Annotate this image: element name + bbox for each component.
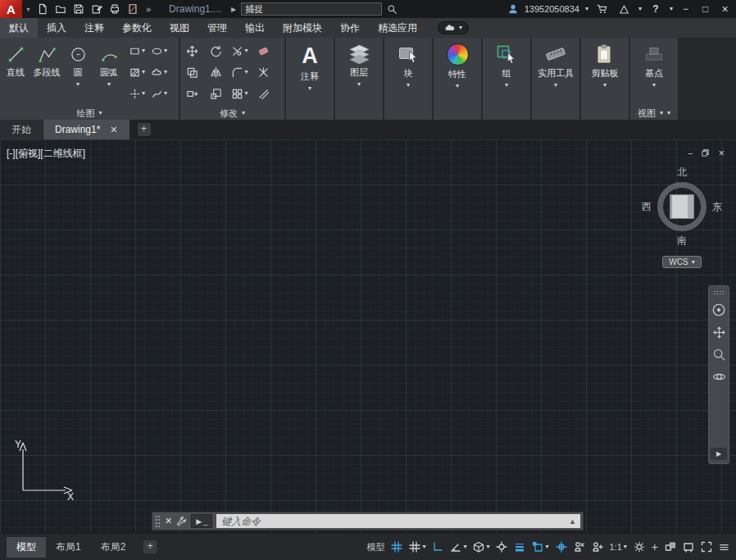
object-snap-tracking-toggle[interactable] [496, 541, 507, 553]
doc-close-icon[interactable]: × [718, 147, 725, 159]
layers-button[interactable]: 图层 ▾ [335, 38, 383, 120]
doc-restore-icon[interactable] [702, 149, 709, 157]
tab-close-icon[interactable]: ✕ [110, 125, 117, 135]
annotation-monitor-button[interactable]: + [652, 540, 658, 553]
array-tool-button[interactable]: ▾ [231, 88, 248, 100]
ribbon-tab-view[interactable]: 视图 [161, 18, 198, 38]
viewport-controls[interactable]: [-][俯视][二维线框] [7, 147, 85, 161]
new-drawing-tab-button[interactable]: + [138, 123, 151, 136]
group-button[interactable]: 组 ▾ [483, 38, 530, 120]
offset-tool-button[interactable] [257, 88, 270, 100]
command-settings-wrench-icon[interactable] [176, 516, 187, 526]
ribbon-tab-manage[interactable]: 管理 [198, 18, 236, 38]
pan-icon[interactable] [712, 326, 726, 339]
plot-button[interactable] [107, 1, 123, 17]
hardware-acceleration-button[interactable] [683, 541, 694, 553]
trim-dropdown-icon[interactable]: ▾ [244, 48, 248, 54]
doc-minimize-icon[interactable]: − [688, 148, 693, 158]
autodesk-apps-button[interactable] [616, 1, 633, 17]
layout-tab-layout1[interactable]: 布局1 [46, 537, 91, 558]
point-dropdown-icon[interactable]: ▾ [142, 90, 145, 97]
properties-button[interactable]: 特性 ▾ [434, 38, 481, 120]
dynamic-input-toggle[interactable] [432, 541, 443, 553]
annotation-scale-button[interactable]: 1:1▾ [610, 542, 627, 552]
ribbon-tab-home[interactable]: 默认 [0, 18, 38, 38]
spline-dropdown-icon[interactable]: ▾ [164, 90, 167, 97]
ribbon-tab-addins[interactable]: 附加模块 [274, 18, 331, 38]
new-file-button[interactable] [34, 1, 51, 17]
cloud-dropdown-icon[interactable]: ▾ [164, 69, 167, 75]
annotation-autoscale-toggle[interactable] [592, 541, 603, 553]
ribbon-tab-featured-apps[interactable]: 精选应用 [369, 18, 426, 38]
ribbon-collapse-icon[interactable]: ▾ [667, 110, 670, 116]
erase-tool-button[interactable] [257, 45, 270, 57]
model-space-toggle[interactable]: 模型 [366, 541, 384, 553]
drawing-canvas[interactable]: [-][俯视][二维线框] − × 北 西 东 南 WCS ▾ [0, 139, 736, 533]
account-caret-icon[interactable]: ▾ [585, 6, 588, 12]
rotate-tool-button[interactable] [210, 45, 222, 57]
ribbon-tab-parametric[interactable]: 参数化 [113, 18, 161, 38]
annotation-visibility-toggle[interactable] [574, 541, 585, 553]
mirror-tool-button[interactable] [210, 66, 222, 79]
scale-tool-button[interactable] [210, 88, 222, 100]
scale-caret-icon[interactable]: ▾ [624, 544, 627, 550]
customization-button[interactable] [719, 542, 729, 553]
open-file-button[interactable] [52, 1, 69, 17]
polar-tracking-toggle[interactable]: ▾ [450, 541, 466, 553]
arc-dropdown-icon[interactable]: ▾ [107, 81, 111, 88]
search-button[interactable] [384, 1, 400, 17]
navigation-wheel-icon[interactable] [711, 303, 726, 317]
navbar-drag-handle[interactable] [713, 290, 725, 294]
ribbon-tab-annotate[interactable]: 注释 [75, 18, 113, 38]
modify-panel-title[interactable]: 修改▾ [180, 107, 284, 120]
viewcube-ring[interactable] [657, 182, 706, 231]
utilities-button[interactable]: 实用工具 ▾ [532, 38, 579, 120]
cloud-share-button[interactable]: ▾ [438, 21, 469, 34]
command-history-icon[interactable]: ▲ [565, 517, 580, 526]
file-tab-start[interactable]: 开始 [0, 120, 43, 139]
properties-dropdown-icon[interactable]: ▾ [456, 83, 459, 89]
arc-tool-button[interactable]: 圆弧 ▾ [93, 38, 125, 107]
search-input[interactable] [241, 2, 382, 16]
isodraft-caret-icon[interactable]: ▾ [486, 544, 489, 550]
viewcube-west-label[interactable]: 西 [642, 200, 652, 214]
view-panel-expand-icon[interactable]: ▾ [660, 110, 663, 116]
command-close-icon[interactable]: ✕ [165, 516, 172, 526]
help-button[interactable]: ? [647, 1, 664, 17]
draw-panel-title[interactable]: 绘图▾ [0, 107, 179, 120]
ribbon-tab-insert[interactable]: 插入 [38, 18, 75, 38]
osnap-caret-icon[interactable]: ▾ [545, 544, 548, 550]
autocad-logo[interactable]: A [0, 0, 22, 18]
stretch-tool-button[interactable] [186, 88, 198, 100]
ellipse-dropdown-icon[interactable]: ▾ [164, 48, 167, 54]
explode-tool-button[interactable] [257, 66, 270, 79]
copy-tool-button[interactable] [186, 66, 198, 79]
plot-preview-button[interactable] [125, 1, 141, 17]
signed-in-username[interactable]: 13952050834 [525, 4, 579, 14]
help-caret-icon[interactable]: ▾ [670, 6, 673, 12]
array-dropdown-icon[interactable]: ▾ [244, 90, 248, 97]
hatch-tool-button[interactable]: ▾ [126, 61, 148, 83]
group-dropdown-icon[interactable]: ▾ [505, 82, 508, 89]
utilities-dropdown-icon[interactable]: ▾ [554, 82, 557, 89]
rectangle-dropdown-icon[interactable]: ▾ [142, 48, 145, 54]
rectangle-tool-button[interactable]: ▾ [126, 40, 148, 61]
base-dropdown-icon[interactable]: ▾ [652, 82, 656, 89]
app-store-button[interactable] [594, 1, 611, 17]
ribbon-tab-output[interactable]: 输出 [236, 18, 274, 38]
viewcube-south-label[interactable]: 南 [677, 234, 687, 248]
snap-mode-toggle[interactable]: ▾ [409, 541, 425, 553]
isolate-objects-button[interactable] [665, 541, 676, 553]
save-button[interactable] [70, 1, 87, 17]
fillet-dropdown-icon[interactable]: ▾ [244, 69, 248, 75]
selection-cycling-toggle[interactable] [556, 541, 567, 553]
minimize-button[interactable]: − [679, 1, 693, 17]
annotation-button[interactable]: A 注释 ▾ [286, 38, 334, 120]
layout-tab-layout2[interactable]: 布局2 [91, 537, 136, 558]
workspace-switching-button[interactable] [634, 541, 645, 553]
point-tool-button[interactable]: ▾ [126, 83, 148, 104]
polyline-tool-button[interactable]: 多段线 [31, 38, 62, 107]
fillet-tool-button[interactable]: ▾ [231, 66, 248, 79]
maximize-button[interactable]: □ [698, 1, 712, 17]
polar-caret-icon[interactable]: ▾ [463, 544, 466, 550]
